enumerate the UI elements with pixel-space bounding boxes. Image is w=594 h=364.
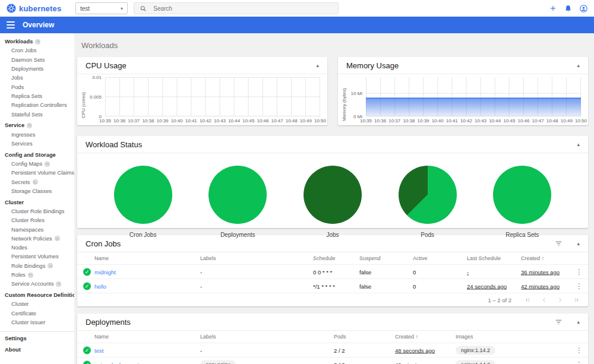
sidebar-item-cluster[interactable]: Cluster bbox=[0, 300, 74, 309]
cell-text: 0 bbox=[413, 283, 416, 289]
link-nginx-deployment[interactable]: nginx-deployment bbox=[94, 361, 139, 364]
last-page-button[interactable] bbox=[573, 296, 580, 303]
cell-text: 0 bbox=[413, 268, 416, 275]
column-header-created[interactable]: Created ↑ bbox=[395, 334, 418, 340]
sidebar-item-namespaces[interactable]: Namespaces bbox=[0, 225, 74, 234]
row-actions-button[interactable]: ⋮ bbox=[573, 268, 585, 276]
sidebar-item-network-policies[interactable]: Network PoliciesN bbox=[0, 234, 74, 243]
sidebar-item-deployments[interactable]: Deployments bbox=[0, 64, 74, 73]
namespace-select[interactable]: test ▾ bbox=[75, 2, 128, 14]
column-header-schedule: Schedule bbox=[313, 255, 336, 261]
collapse-icon[interactable]: ▴ bbox=[577, 241, 580, 246]
deployments-table-header: NameLabelsPodsCreated ↑Images bbox=[77, 331, 588, 343]
sidebar-item-custom-resource-definitions[interactable]: Custom Resource Definitions bbox=[0, 291, 74, 300]
sidebar-item-cluster-issuer[interactable]: Cluster Issuer bbox=[0, 318, 74, 327]
charts-row: CPU Usage ▴ CPU (cores) 0.010.0050 10:35… bbox=[77, 57, 588, 125]
collapse-icon[interactable]: ▴ bbox=[577, 319, 580, 325]
sidebar-item-settings[interactable]: Settings bbox=[0, 334, 74, 343]
link-test[interactable]: test bbox=[94, 347, 103, 353]
sidebar-item-persistent-volume-claims[interactable]: Persistent Volume ClaimsN bbox=[0, 169, 74, 178]
column-header-pods: Pods bbox=[334, 334, 346, 340]
column-header-created[interactable]: Created ↑ bbox=[521, 255, 544, 261]
namespaced-badge-icon: N bbox=[55, 236, 60, 241]
menu-button[interactable] bbox=[7, 21, 15, 29]
link-midnight[interactable]: midnight bbox=[94, 268, 116, 275]
cron-jobs-table-header: NameLabelsScheduleSuspendActiveLast Sche… bbox=[77, 252, 588, 265]
prev-page-button[interactable] bbox=[541, 296, 548, 303]
sidebar-item-roles[interactable]: RolesN bbox=[0, 270, 74, 279]
sidebar-item-ingresses[interactable]: Ingresses bbox=[0, 130, 74, 139]
pie-chart bbox=[114, 166, 172, 224]
column-header-labels: Labels bbox=[200, 255, 216, 261]
chip: app: nginx bbox=[200, 360, 236, 364]
workload-status-pies: Cron JobsDeploymentsJobsPodsReplica Sets bbox=[77, 153, 588, 238]
row-actions-button[interactable]: ⋮ bbox=[573, 346, 585, 354]
user-account-button[interactable] bbox=[580, 5, 587, 12]
namespaced-badge-icon: N bbox=[27, 123, 32, 128]
sidebar-item-about[interactable]: About bbox=[0, 346, 74, 354]
sidebar-item-cluster[interactable]: Cluster bbox=[0, 198, 74, 207]
next-page-button[interactable] bbox=[557, 296, 564, 303]
first-page-button[interactable] bbox=[525, 296, 532, 303]
sidebar-item-services[interactable]: Services bbox=[0, 139, 74, 148]
pie-chart bbox=[304, 166, 362, 224]
pie-chart bbox=[493, 166, 551, 224]
cell-text: 3 / 3 bbox=[334, 361, 345, 364]
sidebar-item-role-bindings[interactable]: Role BindingsN bbox=[0, 261, 74, 270]
row-actions-button[interactable]: ⋮ bbox=[573, 360, 585, 364]
sidebar-item-daemon-sets[interactable]: Daemon Sets bbox=[0, 55, 74, 64]
section-heading: Workloads bbox=[81, 41, 588, 50]
column-header-suspend: Suspend bbox=[359, 255, 381, 261]
namespaced-badge-icon: N bbox=[35, 39, 40, 45]
kubernetes-logo[interactable]: kubernetes bbox=[0, 4, 74, 13]
sidebar-item-workloads[interactable]: WorkloadsN bbox=[0, 37, 74, 46]
collapse-icon[interactable]: ▴ bbox=[316, 63, 319, 68]
sidebar-item-jobs[interactable]: Jobs bbox=[0, 74, 74, 83]
sidebar-item-persistent-volumes[interactable]: Persistent Volumes bbox=[0, 252, 74, 261]
sidebar-item-config-maps[interactable]: Config MapsN bbox=[0, 159, 74, 168]
collapse-icon[interactable]: ▴ bbox=[577, 63, 580, 68]
sidebar-item-cluster-role-bindings[interactable]: Cluster Role Bindings bbox=[0, 207, 74, 216]
namespaced-badge-icon: N bbox=[48, 263, 53, 268]
sort-asc-icon: ↑ bbox=[540, 255, 544, 261]
x-axis-ticks: 10:3510:3610:3710:3810:3910:4010:4110:42… bbox=[105, 116, 320, 124]
cron-jobs-card: Cron Jobs ▴ NameLabelsScheduleSuspendAct… bbox=[77, 235, 588, 306]
notifications-button[interactable] bbox=[564, 5, 572, 12]
cpu-usage-card: CPU Usage ▴ CPU (cores) 0.010.0050 10:35… bbox=[77, 57, 327, 125]
collapse-icon[interactable]: ▴ bbox=[577, 142, 580, 147]
deployments-card: Deployments ▴ NameLabelsPodsCreated ↑Ima… bbox=[77, 314, 588, 364]
sidebar-item-replica-sets[interactable]: Replica Sets bbox=[0, 91, 74, 100]
sidebar-item-nodes[interactable]: Nodes bbox=[0, 243, 74, 252]
chip: nginx:1.14.2 bbox=[456, 360, 495, 364]
sidebar-item-secrets[interactable]: SecretsN bbox=[0, 178, 74, 186]
pie-label: Cron Jobs bbox=[129, 232, 157, 238]
cell-text: - bbox=[200, 347, 202, 353]
sidebar-item-stateful-sets[interactable]: Stateful Sets bbox=[0, 110, 74, 119]
sidebar-item-config-and-storage[interactable]: Config and Storage bbox=[0, 150, 74, 159]
link-hello[interactable]: hello bbox=[94, 283, 106, 289]
column-header-images: Images bbox=[456, 334, 473, 340]
cell-under: - bbox=[467, 268, 469, 275]
cell-text: */1 * * * * bbox=[313, 283, 335, 289]
row-actions-button[interactable]: ⋮ bbox=[573, 282, 585, 290]
memory-chart: Memory (bytes) 10 Mi0 Mi 10:3510:3610:37… bbox=[338, 74, 588, 124]
table-row: ✓nginx-deploymentapp: nginx3 / 342 minut… bbox=[77, 357, 588, 364]
sidebar-item-certificate[interactable]: Certificate bbox=[0, 309, 74, 318]
filter-button[interactable] bbox=[555, 319, 563, 325]
create-resource-button[interactable] bbox=[549, 5, 557, 12]
sidebar-item-cron-jobs[interactable]: Cron Jobs bbox=[0, 46, 74, 55]
sidebar-item-cluster-roles[interactable]: Cluster Roles bbox=[0, 216, 74, 225]
sidebar-item-storage-classes[interactable]: Storage Classes bbox=[0, 186, 74, 195]
column-header-active: Active bbox=[413, 255, 428, 261]
cell-under: 42 minutes ago bbox=[521, 283, 560, 289]
sidebar-item-service[interactable]: ServiceN bbox=[0, 121, 74, 130]
filter-button[interactable] bbox=[555, 240, 563, 247]
status-ok-icon: ✓ bbox=[83, 346, 91, 354]
sidebar-item-replication-controllers[interactable]: Replication Controllers bbox=[0, 101, 74, 110]
sidebar-item-pods[interactable]: Pods bbox=[0, 83, 74, 91]
cpu-plot-area bbox=[105, 77, 320, 116]
workload-pie-pods: Pods bbox=[399, 166, 457, 238]
sidebar-item-service-accounts[interactable]: Service AccountsN bbox=[0, 280, 74, 289]
namespaced-badge-icon: N bbox=[45, 162, 50, 167]
search-input[interactable] bbox=[153, 5, 332, 12]
